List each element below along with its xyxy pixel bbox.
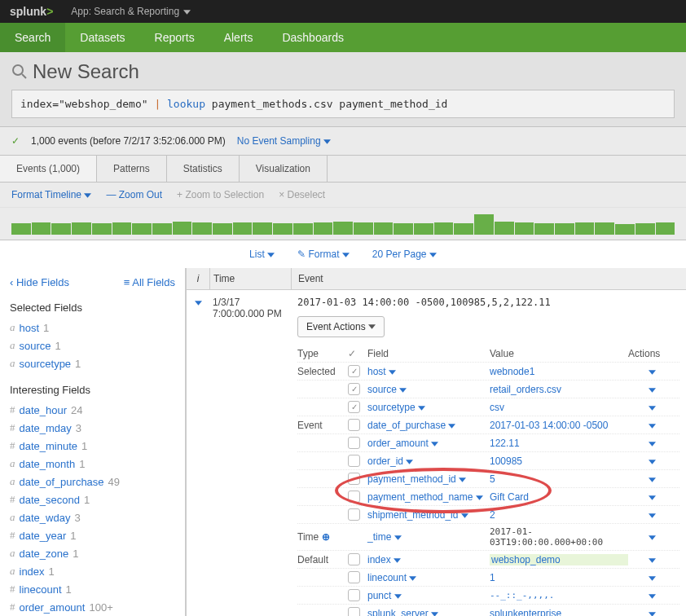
field-checkbox[interactable] — [348, 491, 360, 503]
field-name[interactable]: source — [20, 340, 51, 352]
timeline-bar[interactable] — [434, 222, 454, 235]
field-checkbox[interactable] — [348, 589, 360, 601]
timeline-bar[interactable] — [374, 222, 394, 235]
field-checkbox[interactable] — [348, 455, 360, 467]
field-value-cell[interactable]: 2017-01-03 14:00:00 -0500 — [490, 420, 628, 431]
field-actions-caret[interactable] — [628, 608, 661, 617]
timeline-bar[interactable] — [354, 222, 373, 235]
field-name[interactable]: date_of_purchase — [20, 476, 104, 488]
tab-statistics[interactable]: Statistics — [167, 156, 240, 182]
field-actions-caret[interactable] — [628, 572, 661, 583]
field-value-cell[interactable]: Gift Card — [490, 491, 628, 503]
tab-events[interactable]: Events (1,000) — [0, 156, 97, 182]
timeline-bar[interactable] — [273, 223, 292, 235]
field-name[interactable]: linecount — [20, 583, 62, 596]
field-name[interactable]: sourcetype — [20, 358, 72, 370]
field-item[interactable]: #date_minute1 — [10, 437, 175, 455]
field-value-cell[interactable]: webnode1 — [490, 366, 628, 377]
field-value-cell[interactable]: 2 — [490, 509, 628, 521]
field-value-cell[interactable]: 5 — [490, 473, 628, 485]
field-name-cell[interactable]: payment_method_name — [367, 491, 490, 503]
field-value-cell[interactable]: 2017-01-03T19:00:00.000+00:00 — [490, 526, 628, 548]
timeline-bar[interactable] — [11, 223, 31, 235]
field-name-cell[interactable]: sourcetype — [367, 402, 490, 413]
field-actions-caret[interactable] — [628, 420, 661, 431]
event-actions-button[interactable]: Event Actions — [297, 316, 385, 337]
field-item[interactable]: asourcetype1 — [10, 354, 175, 372]
field-name[interactable]: date_minute — [20, 440, 78, 452]
field-name[interactable]: host — [20, 322, 40, 334]
app-menu[interactable]: App: Search & Reporting — [71, 6, 191, 17]
field-value-cell[interactable]: csv — [490, 402, 628, 413]
field-actions-caret[interactable] — [628, 473, 661, 485]
nav-search[interactable]: Search — [0, 23, 65, 52]
timeline-bar[interactable] — [152, 223, 172, 235]
hide-fields[interactable]: ‹ Hide Fields — [10, 276, 69, 288]
timeline-bar[interactable] — [293, 223, 313, 235]
timeline-bar[interactable] — [132, 223, 152, 235]
timeline-bar[interactable] — [394, 223, 413, 235]
field-item[interactable]: adate_month1 — [10, 455, 175, 473]
field-actions-caret[interactable] — [628, 590, 661, 601]
timeline-bar[interactable] — [635, 223, 655, 235]
format-timeline[interactable]: Format Timeline — [11, 189, 91, 200]
timeline-bar[interactable] — [515, 222, 534, 235]
field-actions-caret[interactable] — [628, 402, 661, 413]
timeline-bar[interactable] — [51, 223, 71, 235]
field-item[interactable]: #order_amount100+ — [10, 598, 175, 616]
field-name-cell[interactable]: source — [367, 384, 490, 395]
all-fields[interactable]: ≡ All Fields — [124, 276, 175, 288]
field-checkbox[interactable] — [348, 508, 360, 521]
nav-alerts[interactable]: Alerts — [209, 23, 268, 52]
field-checkbox[interactable] — [348, 419, 360, 431]
field-actions-caret[interactable] — [628, 455, 661, 467]
timeline-bar[interactable] — [213, 223, 232, 235]
field-item[interactable]: aindex1 — [10, 562, 175, 580]
timeline-bar[interactable] — [615, 224, 635, 235]
per-page[interactable]: 20 Per Page — [372, 249, 437, 260]
field-name[interactable]: date_zone — [20, 548, 69, 560]
field-item[interactable]: #date_second1 — [10, 491, 175, 508]
format-menu[interactable]: ✎ Format — [297, 249, 350, 260]
field-checkbox[interactable] — [348, 607, 360, 616]
field-actions-caret[interactable] — [628, 491, 661, 503]
nav-reports[interactable]: Reports — [140, 23, 209, 52]
field-value-cell[interactable]: retail_orders.csv — [490, 384, 628, 395]
field-item[interactable]: adate_of_purchase49 — [10, 473, 175, 491]
field-item[interactable]: asource1 — [10, 337, 175, 354]
timeline-bar[interactable] — [595, 222, 614, 235]
field-actions-caret[interactable] — [628, 509, 661, 521]
field-name-cell[interactable]: order_id — [367, 455, 490, 467]
field-value-cell[interactable]: --_::_-,,,,. — [490, 590, 628, 601]
timeline-chart[interactable] — [0, 208, 686, 240]
field-checkbox[interactable] — [348, 473, 360, 485]
field-name-cell[interactable]: linecount — [367, 572, 490, 583]
field-name-cell[interactable]: punct — [367, 590, 490, 601]
field-item[interactable]: #date_hour24 — [10, 401, 175, 419]
timeline-bar[interactable] — [495, 222, 514, 235]
timeline-bar[interactable] — [555, 223, 574, 235]
field-name[interactable]: date_month — [20, 458, 76, 470]
field-name[interactable]: date_hour — [20, 404, 68, 416]
list-mode[interactable]: List — [249, 249, 275, 260]
field-checkbox[interactable] — [348, 401, 360, 413]
field-name[interactable]: index — [20, 565, 45, 578]
field-name[interactable]: date_mday — [20, 422, 72, 434]
field-name[interactable]: date_second — [20, 494, 80, 506]
timeline-bar[interactable] — [112, 222, 132, 235]
event-sampling[interactable]: No Event Sampling — [237, 135, 331, 147]
field-value-cell[interactable]: 122.11 — [490, 438, 628, 449]
search-input[interactable]: index="webshop_demo" | lookup payment_me… — [11, 90, 675, 118]
timeline-bar[interactable] — [314, 222, 333, 235]
field-name-cell[interactable]: shipment_method_id — [367, 509, 490, 521]
tab-patterns[interactable]: Patterns — [97, 156, 167, 182]
field-name-cell[interactable]: splunk_server — [367, 608, 490, 617]
field-checkbox[interactable] — [348, 571, 360, 583]
timeline-bar[interactable] — [534, 223, 554, 235]
field-name[interactable]: date_wday — [20, 512, 71, 524]
field-value-cell[interactable]: splunkenterprise — [490, 608, 628, 617]
field-actions-caret[interactable] — [628, 438, 661, 449]
nav-datasets[interactable]: Datasets — [65, 23, 139, 52]
field-item[interactable]: #linecount1 — [10, 580, 175, 598]
field-name[interactable]: order_amount — [20, 601, 86, 614]
